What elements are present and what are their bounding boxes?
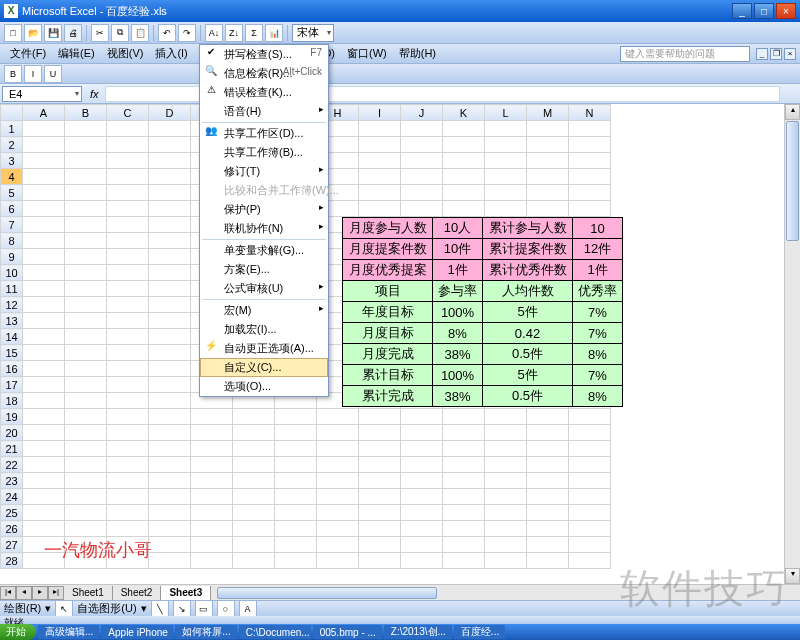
menu-item[interactable]: 宏(M) xyxy=(200,301,328,320)
cell[interactable] xyxy=(401,153,443,169)
cell[interactable] xyxy=(359,473,401,489)
cell[interactable] xyxy=(569,185,611,201)
cell[interactable] xyxy=(149,281,191,297)
cell[interactable] xyxy=(65,473,107,489)
row-header[interactable]: 15 xyxy=(1,345,23,361)
menu-item[interactable]: ⚡自动更正选项(A)... xyxy=(200,339,328,358)
cell[interactable] xyxy=(317,441,359,457)
cell[interactable] xyxy=(23,137,65,153)
bold-icon[interactable]: B xyxy=(4,65,22,83)
table-cell[interactable]: 月度优秀提案 xyxy=(343,260,433,281)
cell[interactable] xyxy=(149,217,191,233)
table-cell[interactable]: 12件 xyxy=(573,239,623,260)
menu-edit[interactable]: 编辑(E) xyxy=(52,44,101,63)
table-cell[interactable]: 1件 xyxy=(573,260,623,281)
cell[interactable] xyxy=(527,201,569,217)
cell[interactable] xyxy=(149,441,191,457)
col-header[interactable]: D xyxy=(149,105,191,121)
table-cell[interactable]: 月度提案件数 xyxy=(343,239,433,260)
draw-menu[interactable]: 绘图(R) xyxy=(4,601,41,616)
cell[interactable] xyxy=(443,441,485,457)
menu-item[interactable]: 🔍信息检索(R)...Alt+Click xyxy=(200,64,328,83)
fx-icon[interactable]: fx xyxy=(84,88,105,100)
cell[interactable] xyxy=(233,441,275,457)
cell[interactable] xyxy=(485,441,527,457)
cell[interactable] xyxy=(527,441,569,457)
cell[interactable] xyxy=(443,505,485,521)
cell[interactable] xyxy=(65,169,107,185)
cell[interactable] xyxy=(65,233,107,249)
menu-item[interactable]: 联机协作(N) xyxy=(200,219,328,238)
sum-icon[interactable]: Σ xyxy=(245,24,263,42)
cell[interactable] xyxy=(65,521,107,537)
cell[interactable] xyxy=(107,121,149,137)
tab-nav-first[interactable]: |◂ xyxy=(0,586,16,600)
row-header[interactable]: 9 xyxy=(1,249,23,265)
cell[interactable] xyxy=(65,457,107,473)
row-header[interactable]: 27 xyxy=(1,537,23,553)
table-cell[interactable]: 100% xyxy=(433,302,483,323)
cell[interactable] xyxy=(359,425,401,441)
cell[interactable] xyxy=(401,137,443,153)
cell[interactable] xyxy=(485,537,527,553)
cell[interactable] xyxy=(275,521,317,537)
cell[interactable] xyxy=(527,489,569,505)
cell[interactable] xyxy=(569,505,611,521)
table-cell[interactable]: 累计优秀件数 xyxy=(483,260,573,281)
cell[interactable] xyxy=(527,537,569,553)
col-header[interactable]: M xyxy=(527,105,569,121)
table-cell[interactable]: 8% xyxy=(573,386,623,407)
cell[interactable] xyxy=(107,249,149,265)
row-header[interactable]: 25 xyxy=(1,505,23,521)
underline-icon[interactable]: U xyxy=(44,65,62,83)
cell[interactable] xyxy=(149,153,191,169)
cell[interactable] xyxy=(65,441,107,457)
col-header[interactable]: N xyxy=(569,105,611,121)
cell[interactable] xyxy=(527,553,569,569)
cell[interactable] xyxy=(359,185,401,201)
cell[interactable] xyxy=(569,201,611,217)
cell[interactable] xyxy=(107,361,149,377)
cell[interactable] xyxy=(23,473,65,489)
menu-item[interactable]: 语音(H) xyxy=(200,102,328,121)
cell[interactable] xyxy=(23,329,65,345)
row-header[interactable]: 7 xyxy=(1,217,23,233)
cell[interactable] xyxy=(23,489,65,505)
cell[interactable] xyxy=(23,521,65,537)
cell[interactable] xyxy=(401,441,443,457)
cell[interactable] xyxy=(149,201,191,217)
row-header[interactable]: 26 xyxy=(1,521,23,537)
cell[interactable] xyxy=(149,169,191,185)
cell[interactable] xyxy=(485,521,527,537)
cell[interactable] xyxy=(233,473,275,489)
cell[interactable] xyxy=(527,425,569,441)
cell[interactable] xyxy=(23,345,65,361)
font-dropdown[interactable]: 宋体 xyxy=(292,24,334,42)
cell[interactable] xyxy=(527,121,569,137)
child-restore-button[interactable]: ❐ xyxy=(770,48,782,60)
menu-item[interactable]: 公式审核(U) xyxy=(200,279,328,298)
table-cell[interactable]: 0.5件 xyxy=(483,386,573,407)
new-icon[interactable]: □ xyxy=(4,24,22,42)
menu-item[interactable]: 单变量求解(G)... xyxy=(200,241,328,260)
menu-item[interactable]: 修订(T) xyxy=(200,162,328,181)
start-button[interactable]: 开始 xyxy=(0,624,36,640)
cell[interactable] xyxy=(317,521,359,537)
cell[interactable] xyxy=(443,201,485,217)
cell[interactable] xyxy=(401,121,443,137)
row-header[interactable]: 5 xyxy=(1,185,23,201)
autoshape-menu[interactable]: 自选图形(U) xyxy=(77,601,136,616)
cell[interactable] xyxy=(275,537,317,553)
table-cell[interactable]: 月度目标 xyxy=(343,323,433,344)
cell[interactable] xyxy=(149,313,191,329)
cell[interactable] xyxy=(401,553,443,569)
cell[interactable] xyxy=(23,313,65,329)
cell[interactable] xyxy=(107,233,149,249)
table-cell[interactable]: 100% xyxy=(433,365,483,386)
cell[interactable] xyxy=(233,489,275,505)
cell[interactable] xyxy=(23,393,65,409)
table-cell[interactable]: 年度目标 xyxy=(343,302,433,323)
cell[interactable] xyxy=(401,409,443,425)
cell[interactable] xyxy=(65,425,107,441)
cell[interactable] xyxy=(65,345,107,361)
